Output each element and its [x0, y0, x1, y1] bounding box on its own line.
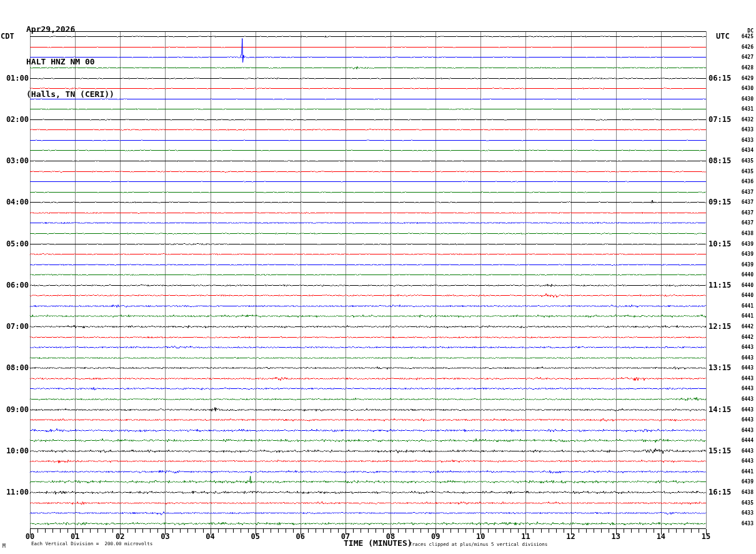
dc-offset-value: 6443: [736, 458, 754, 464]
minute-tick-label: 04: [201, 532, 220, 541]
dc-offset-value: 6431: [736, 106, 754, 112]
utc-hour-label: 06:15: [709, 74, 736, 83]
dc-offset-value: 6433: [736, 138, 754, 143]
cdt-hour-label: 08:00: [0, 363, 29, 372]
dc-offset-value: 6429: [736, 76, 754, 81]
header-location: (Halls, TN (CERI)): [26, 90, 114, 99]
utc-hour-label: 13:15: [709, 363, 736, 372]
header-station: HALT HNZ NM 00: [26, 58, 114, 66]
minute-tick-label: 13: [607, 532, 625, 541]
dc-offset-value: 6443: [736, 345, 754, 350]
dc-offset-value: 6443: [736, 407, 754, 413]
dc-offset-value: 6432: [736, 117, 754, 123]
left-timezone-label: CDT: [1, 32, 14, 41]
cdt-hour-label: 03:00: [0, 156, 29, 165]
minute-tick-label: 00: [21, 532, 39, 541]
corner-glyph: M: [2, 543, 6, 549]
dc-offset-value: 6435: [736, 500, 754, 506]
minute-tick-label: 06: [291, 532, 310, 541]
utc-hour-label: 10:15: [709, 239, 736, 248]
dc-offset-value: 6433: [736, 127, 754, 133]
dc-offset-value: 6437: [736, 189, 754, 195]
utc-hour-label: 11:15: [709, 281, 736, 290]
dc-offset-value: 6443: [736, 448, 754, 454]
header-date: Apr29,2026: [26, 25, 114, 34]
scale-note: Each Vertical Division = 200.00 microvol…: [31, 541, 152, 546]
dc-offset-value: 6437: [736, 220, 754, 226]
dc-offset-value: 6434: [736, 148, 754, 153]
cdt-hour-label: 11:00: [0, 488, 29, 496]
dc-column-header: DC: [736, 28, 754, 34]
minute-tick-label: 09: [426, 532, 445, 541]
cdt-hour-label: 02:00: [0, 115, 29, 124]
dc-offset-value: 6443: [736, 417, 754, 423]
dc-offset-value: 6441: [736, 469, 754, 475]
x-axis-title: TIME (MINUTES): [344, 538, 412, 548]
minute-tick-label: 15: [697, 532, 715, 541]
dc-offset-value: 6433: [736, 521, 754, 526]
dc-offset-value: 6426: [736, 44, 754, 50]
utc-hour-label: 15:15: [709, 446, 736, 455]
dc-offset-value: 6444: [736, 438, 754, 443]
dc-offset-value: 6430: [736, 96, 754, 102]
cdt-hour-label: 06:00: [0, 281, 29, 290]
dc-offset-value: 6443: [736, 396, 754, 402]
cdt-hour-label: 05:00: [0, 239, 29, 248]
utc-hour-label: 16:15: [709, 488, 736, 496]
dc-offset-value: 6440: [736, 272, 754, 278]
dc-offset-value: 6443: [736, 365, 754, 371]
dc-offset-value: 6443: [736, 428, 754, 433]
right-timezone-label: UTC: [716, 32, 730, 41]
minute-tick-label: 14: [652, 532, 670, 541]
utc-hour-label: 14:15: [709, 405, 736, 414]
dc-offset-value: 6437: [736, 210, 754, 216]
dc-offset-value: 6436: [736, 179, 754, 184]
minute-tick-label: 05: [246, 532, 265, 541]
plot-header: Apr29,2026 HALT HNZ NM 00 (Halls, TN (CE…: [26, 1, 114, 123]
dc-offset-value: 6427: [736, 54, 754, 60]
cdt-hour-label: 04:00: [0, 198, 29, 206]
dc-offset-value: 6439: [736, 241, 754, 247]
dc-offset-value: 6442: [736, 335, 754, 340]
cdt-hour-label: 10:00: [0, 446, 29, 455]
dc-offset-value: 6439: [736, 479, 754, 485]
helicorder-page: Apr29,2026 HALT HNZ NM 00 (Halls, TN (CE…: [0, 0, 756, 554]
utc-hour-label: 08:15: [709, 156, 736, 165]
cdt-hour-label: 01:00: [0, 74, 29, 83]
dc-offset-value: 6441: [736, 313, 754, 319]
utc-hour-label: 12:15: [709, 322, 736, 331]
minute-tick-label: 03: [156, 532, 174, 541]
dc-offset-value: 6428: [736, 65, 754, 71]
cdt-hour-label: 07:00: [0, 322, 29, 331]
minute-tick-label: 02: [111, 532, 129, 541]
minute-tick-label: 10: [471, 532, 490, 541]
dc-offset-value: 6440: [736, 283, 754, 288]
minute-tick-label: 11: [516, 532, 535, 541]
dc-offset-value: 6437: [736, 199, 754, 205]
utc-hour-label: 09:15: [709, 198, 736, 206]
dc-offset-value: 6435: [736, 158, 754, 164]
cdt-hour-label: 09:00: [0, 405, 29, 414]
dc-offset-value: 6435: [736, 169, 754, 174]
dc-offset-value: 6425: [736, 34, 754, 39]
dc-offset-value: 6443: [736, 355, 754, 361]
minute-tick-label: 12: [562, 532, 580, 541]
dc-offset-value: 6443: [736, 376, 754, 381]
dc-offset-value: 6441: [736, 303, 754, 309]
dc-offset-value: 6442: [736, 324, 754, 330]
dc-offset-value: 6430: [736, 86, 754, 91]
dc-offset-value: 6433: [736, 510, 754, 516]
dc-offset-value: 6438: [736, 490, 754, 495]
dc-offset-value: 6438: [736, 231, 754, 236]
utc-hour-label: 07:15: [709, 115, 736, 124]
minute-tick-label: 01: [66, 532, 84, 541]
dc-offset-value: 6439: [736, 262, 754, 268]
dc-offset-value: 6443: [736, 386, 754, 391]
clip-note: Traces clipped at plus/minus 5 vertical …: [409, 541, 547, 547]
dc-offset-value: 6440: [736, 293, 754, 298]
dc-offset-value: 6439: [736, 251, 754, 257]
